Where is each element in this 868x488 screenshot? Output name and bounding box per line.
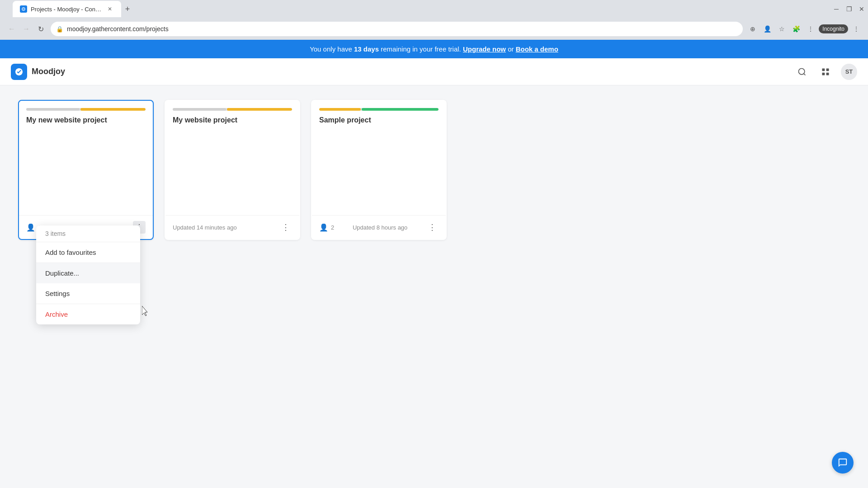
profile-icon[interactable]: 👤 [761,23,774,35]
card-title-sample: Sample project [319,116,439,124]
bookmark-icon[interactable]: ☆ [775,23,788,35]
card-header-sample: Sample project [312,101,446,124]
address-bar[interactable]: 🔒 moodjoy.gathercontent.com/projects [51,22,743,36]
updated-sample: Updated 8 hours ago [353,224,407,231]
add-favourites-item[interactable]: Add to favourites [36,242,140,263]
dropdown-items-count: 3 items [36,225,140,242]
incognito-badge: Incognito [819,24,848,33]
refresh-button[interactable]: ↻ [34,23,47,35]
days-remaining: 13 days [354,45,379,53]
user-avatar[interactable]: ST [841,64,857,80]
upgrade-link[interactable]: Upgrade now [463,45,506,53]
card-header-website: My website project [165,101,299,124]
new-tab-button[interactable]: + [121,3,134,15]
app-header: Moodjoy ST [0,58,868,85]
tab-close-btn[interactable]: ✕ [106,5,114,13]
forward-button[interactable]: → [20,23,33,35]
members-icon-new-website: 👤 [26,223,35,232]
close-button[interactable]: ✕ [855,3,868,15]
progress-bar-sample [319,108,439,111]
browser-menu-icon[interactable]: ⋮ [804,23,817,35]
tab-title: Projects - Moodjoy - Content M [31,6,102,13]
card-body-sample [312,124,446,215]
app-logo[interactable]: Moodjoy [11,64,65,80]
svg-rect-3 [822,72,825,75]
overflow-icon[interactable]: ⋮ [850,23,863,35]
main-content: My new website project 👤 1 Updated 5 min… [0,85,868,254]
project-card-sample[interactable]: Sample project 👤 2 Updated 8 hours ago ⋮ [311,100,447,240]
minimize-button[interactable]: ─ [830,3,843,15]
svg-rect-4 [826,72,829,75]
extensions-puzzle-icon[interactable]: 🧩 [790,23,802,35]
search-button[interactable] [794,64,810,80]
addressbar-row: ← → ↻ 🔒 moodjoy.gathercontent.com/projec… [0,18,868,40]
progress-bar-new-website [26,108,146,111]
svg-rect-1 [822,68,825,71]
apps-button[interactable] [817,64,834,80]
members-count-sample: 2 [331,224,334,231]
logo-icon [11,64,27,80]
svg-rect-2 [826,68,829,71]
updated-website: Updated 14 minutes ago [173,224,237,231]
trial-banner: You only have 13 days remaining in your … [0,40,868,58]
url-display: moodjoy.gathercontent.com/projects [67,25,737,33]
extensions-icon[interactable]: ⊕ [746,23,759,35]
chat-button[interactable] [832,452,854,474]
active-tab[interactable]: Projects - Moodjoy - Content M ✕ [13,1,121,17]
browser-window: Projects - Moodjoy - Content M ✕ + ─ ❐ ✕… [0,0,868,488]
card-body-new-website [19,124,153,215]
browser-titlebar: Projects - Moodjoy - Content M ✕ + ─ ❐ ✕ [0,0,868,18]
card-footer-website: Updated 14 minutes ago ⋮ [165,215,299,239]
project-card-new-website[interactable]: My new website project 👤 1 Updated 5 min… [18,100,154,240]
back-button[interactable]: ← [5,23,18,35]
project-card-website[interactable]: My website project Updated 14 minutes ag… [165,100,300,240]
more-btn-sample[interactable]: ⋮ [426,221,439,234]
settings-item[interactable]: Settings [36,283,140,304]
progress-bar-website [173,108,292,111]
more-btn-website[interactable]: ⋮ [279,221,292,234]
header-actions: ST [794,64,857,80]
tab-bar: Projects - Moodjoy - Content M ✕ + [9,1,137,17]
members-icon-sample: 👤 [319,223,328,232]
card-footer-sample: 👤 2 Updated 8 hours ago ⋮ [312,215,446,239]
card-title-new-website: My new website project [26,116,146,124]
card-meta-sample: 👤 2 [319,223,334,232]
card-header-new-website: My new website project [19,101,153,124]
tab-favicon [20,5,27,13]
svg-point-0 [799,68,805,74]
card-body-website [165,124,299,215]
card-title-website: My website project [173,116,292,124]
app-content: You only have 13 days remaining in your … [0,40,868,488]
app-name: Moodjoy [32,67,65,76]
toolbar-icons: ⊕ 👤 ☆ 🧩 ⋮ Incognito ⋮ [746,23,863,35]
archive-item[interactable]: Archive [36,304,140,324]
context-menu: 3 items Add to favourites Duplicate... S… [36,225,140,324]
duplicate-item[interactable]: Duplicate... [36,263,140,283]
restore-button[interactable]: ❐ [843,3,855,15]
nav-buttons: ← → ↻ [5,23,47,35]
demo-link[interactable]: Book a demo [516,45,558,53]
projects-grid: My new website project 👤 1 Updated 5 min… [18,100,850,240]
